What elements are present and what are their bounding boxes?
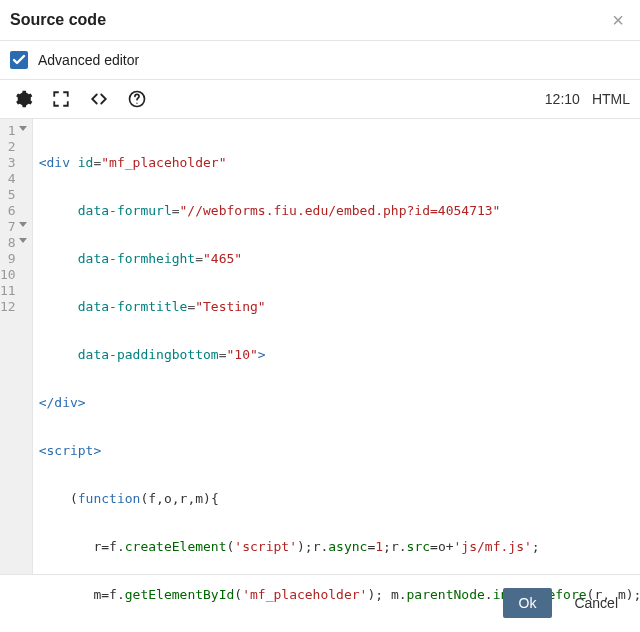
code-area[interactable]: <div id="mf_placeholder" data-formurl="/…: [33, 119, 640, 574]
svg-point-1: [136, 103, 137, 104]
ok-button[interactable]: Ok: [503, 588, 553, 618]
gutter: 123456789101112: [0, 119, 33, 574]
language-label: HTML: [592, 91, 630, 107]
gear-icon[interactable]: [12, 88, 34, 110]
help-icon[interactable]: [126, 88, 148, 110]
advanced-editor-label: Advanced editor: [38, 52, 139, 68]
code-icon[interactable]: [88, 88, 110, 110]
fullscreen-icon[interactable]: [50, 88, 72, 110]
advanced-editor-checkbox[interactable]: [10, 51, 28, 69]
dialog-title: Source code: [10, 11, 106, 29]
cursor-position: 12:10: [545, 91, 580, 107]
code-editor[interactable]: 123456789101112 <div id="mf_placeholder"…: [0, 118, 640, 575]
cancel-button[interactable]: Cancel: [570, 588, 622, 618]
close-icon[interactable]: ×: [608, 10, 628, 30]
